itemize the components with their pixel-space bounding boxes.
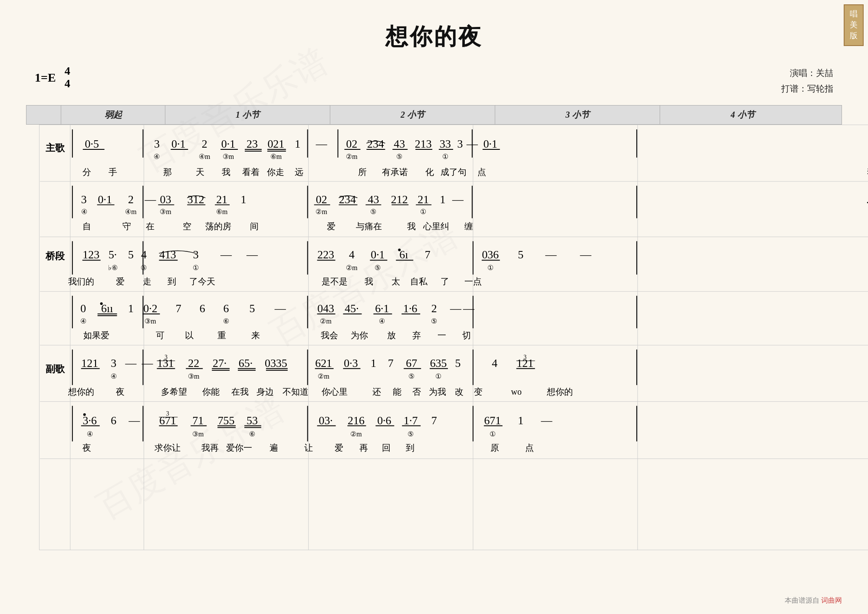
lyric5-15: wo	[511, 387, 522, 396]
header-m1: 1 小节	[165, 106, 330, 124]
c2-m1-note3: 755	[218, 414, 235, 427]
m1-chord6: ⑥m	[270, 153, 282, 160]
m1-note6: 021	[267, 138, 284, 150]
c1-m2-note3: 1	[371, 357, 376, 370]
b1-note3: 5	[128, 248, 134, 261]
svg-point-96	[83, 413, 86, 416]
c1-rest1: —	[125, 357, 137, 370]
chorus-label: 副歌	[46, 363, 65, 374]
c2-note1: 3·6	[83, 414, 97, 427]
b1-m1-chord2: ①	[193, 264, 199, 271]
r2-m2-note4: 212	[391, 193, 408, 206]
lyric5-1: 想你的	[68, 387, 94, 396]
c2-m2-note4: 1·7	[404, 414, 418, 427]
key-time-area: 1=E 4 4	[35, 65, 70, 90]
r2-m2-chord5: ①	[420, 208, 426, 215]
c1-m2-chord5: ⑤	[408, 373, 414, 380]
r2-note2: 0·1	[98, 193, 112, 206]
svg-point-59	[100, 302, 103, 305]
c2-m3-note2: 1	[518, 414, 523, 427]
b1-m2-note3: 0·1	[371, 248, 385, 261]
lyric6-8: 再	[359, 443, 368, 452]
r2-note3: 2	[128, 193, 134, 206]
lyric5-4: 你能	[202, 387, 220, 396]
m2-note4: 213	[415, 138, 432, 150]
r2-m1-chord1: ③m	[160, 208, 171, 215]
b1-m3-chord1: ①	[487, 264, 493, 271]
m2-note3: 43	[394, 138, 405, 150]
lyric6-6: 让	[304, 443, 313, 452]
lyric4-2: 可	[156, 330, 164, 340]
lyric5-7: 不知道	[283, 387, 309, 396]
b2-m2-chord1: ②m	[320, 317, 332, 325]
lyric2-3: 在	[146, 221, 155, 231]
time-signature: 4 4	[65, 65, 70, 90]
lyric1-4: 天	[196, 167, 204, 177]
b2-note4: 0·2	[143, 302, 157, 315]
c2-m3-chord1: ①	[490, 430, 496, 438]
lyric6-11: 原	[490, 443, 499, 452]
lyric3-10: 了	[441, 277, 449, 286]
m2-chord5: ①	[442, 153, 448, 160]
b1-chord4: ⑤	[141, 264, 147, 271]
c1-m3-note1: 4	[492, 357, 497, 370]
lyric4-9: 弃	[412, 330, 421, 340]
c1-m1-note3: 27·	[213, 357, 227, 370]
r2-m1-note3: 21	[216, 193, 227, 206]
lyric2-2: 守	[122, 221, 131, 231]
c2-m2-note1: 03·	[319, 414, 332, 427]
header-m2: 2 小节	[330, 106, 495, 124]
lyric4-5: 来	[251, 330, 260, 340]
m2-note6: 3	[457, 138, 463, 150]
header-m3: 3 小节	[495, 106, 660, 124]
composer-info: 演唱：关喆 打谱：写轮指	[781, 65, 833, 96]
lyric4-11: 切	[462, 330, 471, 340]
lyric5-13: 改	[455, 387, 464, 396]
badge-line2: 美	[850, 20, 858, 30]
b2-note1: 0	[80, 302, 86, 315]
c1-m1-note5: 0335	[265, 357, 287, 370]
footer-text: 本曲谱源自 词曲网	[785, 596, 842, 605]
r2-m1-note1: 03	[160, 193, 171, 206]
b2-m2-chord3: ④	[379, 317, 385, 325]
lyric3-4: 到	[168, 277, 176, 286]
c1-note2: 3	[111, 357, 116, 370]
c1-m2-note4: 7	[388, 357, 394, 370]
meta-row: 1=E 4 4 演唱：关喆 打谱：写轮指	[26, 65, 842, 96]
m1-note1: 3	[154, 138, 160, 150]
r2-note1: 3	[81, 193, 87, 206]
r2-m1-note2: 312	[187, 193, 204, 206]
b2-m2-note1: 043	[317, 302, 334, 315]
c2-rest1: —	[128, 414, 141, 427]
key-signature: 1=E	[35, 71, 56, 85]
b1-m2-note5: 7	[425, 248, 431, 261]
r2-m2-rest: —	[452, 193, 464, 206]
lyric6-9: 回	[382, 443, 391, 452]
lyric6-10: 到	[406, 443, 414, 452]
b2-m1-chord3: ⑥	[223, 317, 229, 325]
c1-m2-note6: 635	[430, 357, 447, 370]
c2-triplet1: 3	[166, 410, 169, 417]
lyric2-1: 自	[82, 221, 91, 231]
lyric6-5: 遍	[270, 443, 278, 452]
c1-m1-chord2: ③m	[188, 373, 200, 380]
singer-label: 演唱：关喆	[781, 65, 833, 81]
b1-note2: 5·	[108, 248, 117, 261]
time-numerator: 4	[65, 65, 70, 78]
lyric3-6: 是不是	[322, 277, 348, 286]
lyric2-5: 荡的房	[205, 221, 231, 231]
m2-note5: 33	[440, 138, 451, 150]
c2-m2-note5: 7	[431, 414, 437, 427]
c2-note2: 6	[111, 414, 116, 427]
b2-m2-note3: 6·1	[375, 302, 389, 315]
lyric3-8: 太	[391, 277, 400, 286]
lyric3-1: 我们的	[68, 277, 94, 286]
b1-note1: 123	[82, 248, 99, 261]
b1-m2-chord3: ⑤	[375, 264, 381, 271]
song-title: 想你的夜	[26, 22, 842, 52]
b1-m1-note2: 3	[193, 248, 199, 261]
score-svg: 主歌 0·5 3 ④ 0·1 2 ④m 0·1 ③m 23	[39, 125, 868, 550]
r2-m2-note1: 02	[316, 193, 327, 206]
footer-label: 本曲谱源自	[785, 597, 821, 604]
lyric2-7: 爱	[327, 221, 335, 231]
